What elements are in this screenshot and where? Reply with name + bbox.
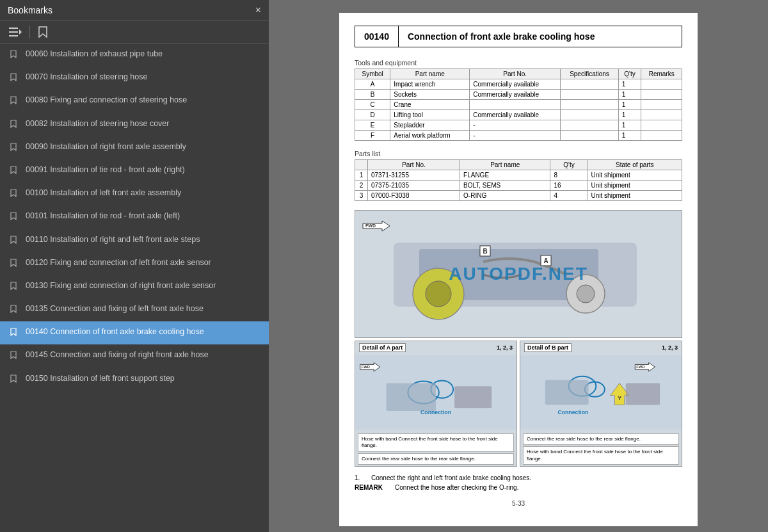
- tools-col-partname: Part name: [390, 69, 470, 79]
- table-row: 207375-21035BOLT, SEMS16Unit shipment: [355, 181, 682, 191]
- svg-marker-8: [11, 120, 16, 127]
- table-cell: 4: [550, 191, 588, 201]
- table-cell: [641, 120, 682, 131]
- sidebar-item-label: 00101 Installation of tie rod - front ax…: [26, 211, 261, 222]
- table-row: EStepladder-1: [355, 120, 682, 131]
- svg-rect-2: [9, 35, 18, 36]
- sidebar-item-label: 00135 Connection and fixing of left fron…: [26, 303, 261, 315]
- svg-marker-10: [11, 166, 16, 173]
- table-cell: 8: [550, 170, 588, 181]
- tools-section-label: Tools and equipment: [355, 59, 682, 67]
- table-cell: E: [355, 120, 390, 131]
- table-cell: [561, 120, 619, 131]
- detail-a-callout1: Hose with band Connect the front side ho…: [358, 433, 514, 452]
- sidebar-item-item-00100[interactable]: 00100 Installation of left front axle as…: [0, 182, 269, 206]
- parts-section-label: Parts list: [355, 150, 682, 157]
- watermark: AUTOPDF.NET: [449, 264, 588, 284]
- table-cell: Aerial work platform: [390, 131, 470, 141]
- toolbar-divider: [29, 26, 30, 38]
- page-number: 5-33: [355, 500, 682, 507]
- sidebar-item-label: 00145 Connection and fixing of right fro…: [26, 350, 261, 361]
- svg-marker-3: [19, 29, 22, 35]
- table-cell: [561, 79, 619, 90]
- sidebar-item-label: 00091 Installation of tie rod - front ax…: [26, 165, 261, 176]
- parts-table-body: 107371-31255FLANGE8Unit shipment207375-2…: [355, 170, 682, 201]
- table-cell: Crane: [390, 100, 470, 110]
- svg-marker-6: [11, 74, 16, 81]
- svg-marker-9: [11, 143, 16, 150]
- bookmark-icon: [10, 328, 19, 339]
- table-row: CCrane1: [355, 100, 682, 110]
- svg-rect-0: [9, 28, 18, 29]
- table-cell: Commercially available: [470, 79, 561, 90]
- sidebar-item-item-00082[interactable]: 00082 Installation of steering hose cove…: [0, 113, 269, 136]
- svg-marker-13: [11, 236, 16, 243]
- detail-a-badge: 1, 2, 3: [497, 344, 513, 351]
- table-cell: 16: [550, 181, 588, 191]
- svg-marker-4: [39, 27, 47, 37]
- bookmark-icon: [10, 259, 19, 270]
- document-title-text: Connection of front axle brake cooling h…: [399, 26, 604, 47]
- sidebar-item-item-00140[interactable]: 00140 Connection of front axle brake coo…: [0, 321, 269, 344]
- sidebar-item-item-00091[interactable]: 00091 Installation of tie rod - front ax…: [0, 159, 269, 182]
- table-cell: A: [355, 79, 390, 90]
- svg-text:FWD: FWD: [365, 223, 376, 228]
- table-cell: [641, 110, 682, 120]
- table-cell: 1: [618, 110, 641, 120]
- sidebar-item-label: 00070 Installation of steering hose: [26, 72, 261, 83]
- bookmark-icon: [10, 305, 19, 316]
- diagram-container: AUTOPDF.NET A: [355, 210, 682, 467]
- table-cell: [641, 90, 682, 100]
- svg-rect-1: [9, 31, 18, 33]
- sidebar-item-item-00120[interactable]: 00120 Fixing and connection of left fron…: [0, 252, 269, 275]
- svg-marker-17: [11, 328, 16, 335]
- sidebar-menu-button[interactable]: [6, 26, 24, 38]
- table-cell: 1: [618, 131, 641, 141]
- tools-table-body: AImpact wrenchCommercially available1BSo…: [355, 79, 682, 141]
- table-cell: -: [470, 131, 561, 141]
- table-cell: [470, 100, 561, 110]
- bookmark-icon: [10, 96, 19, 108]
- sidebar-item-item-00135[interactable]: 00135 Connection and fixing of left fron…: [0, 298, 269, 321]
- table-cell: Impact wrench: [390, 79, 470, 90]
- svg-text:Connection: Connection: [557, 409, 588, 415]
- sidebar-item-item-00090[interactable]: 00090 Installation of right front axle a…: [0, 136, 269, 159]
- detail-panel-b: Detail of B part 1, 2, 3 FWD: [520, 341, 682, 467]
- bookmark-icon: [10, 189, 19, 200]
- sidebar-item-label: 00110 Installation of right and left fro…: [26, 234, 261, 246]
- sidebar-item-label: 00140 Connection of front axle brake coo…: [26, 326, 261, 338]
- detail-b-callout1: Connect the rear side hose to the rear s…: [523, 433, 679, 445]
- detail-panels: Detail of A part 1, 2, 3 FWD: [355, 341, 682, 467]
- parts-col-qty: Q'ty: [550, 160, 588, 170]
- tools-col-partno: Part No.: [470, 69, 561, 79]
- sidebar-item-label: 00090 Installation of right front axle a…: [26, 141, 261, 153]
- sidebar-item-item-00145[interactable]: 00145 Connection and fixing of right fro…: [0, 344, 269, 367]
- remark-1: 1. Connect the right and left front axle…: [355, 473, 682, 483]
- sidebar-item-item-00080[interactable]: 00080 Fixing and connection of steering …: [0, 90, 269, 113]
- sidebar-item-label: 00080 Fixing and connection of steering …: [26, 95, 261, 106]
- detail-a-callout2: Connect the rear side hose to the rear s…: [358, 453, 514, 465]
- sidebar-item-item-00060[interactable]: 00060 Installation of exhaust pipe tube: [0, 44, 269, 67]
- detail-panel-a-header: Detail of A part 1, 2, 3: [355, 341, 516, 354]
- parts-col-partname: Part name: [460, 160, 550, 170]
- remark-remark: REMARK Connect the hose after checking t…: [355, 483, 682, 492]
- sidebar-item-item-00070[interactable]: 00070 Installation of steering hose: [0, 67, 269, 90]
- sidebar-close-button[interactable]: ×: [255, 5, 261, 15]
- table-row: DLifting toolCommercially available1: [355, 110, 682, 120]
- table-cell: [561, 90, 619, 100]
- document-title-number: 00140: [355, 26, 399, 47]
- bookmark-icon: [10, 143, 19, 154]
- table-cell: [641, 131, 682, 141]
- sidebar-bookmark-button[interactable]: [35, 25, 51, 39]
- sidebar-item-item-00101[interactable]: 00101 Installation of tie rod - front ax…: [0, 206, 269, 229]
- sidebar-item-item-00150[interactable]: 00150 Installation of left front support…: [0, 368, 269, 391]
- table-cell: 3: [355, 191, 368, 201]
- main-content-area: 00140 Connection of front axle brake coo…: [269, 0, 768, 532]
- svg-text:B: B: [483, 248, 487, 255]
- table-cell: Sockets: [390, 90, 470, 100]
- remarks-section: 1. Connect the right and left front axle…: [355, 473, 682, 492]
- page-document: 00140 Connection of front axle brake coo…: [339, 13, 698, 526]
- sidebar-item-item-00130[interactable]: 00130 Fixing and connection of right fro…: [0, 275, 269, 298]
- bookmark-icon: [10, 282, 19, 293]
- sidebar-item-item-00110[interactable]: 00110 Installation of right and left fro…: [0, 229, 269, 252]
